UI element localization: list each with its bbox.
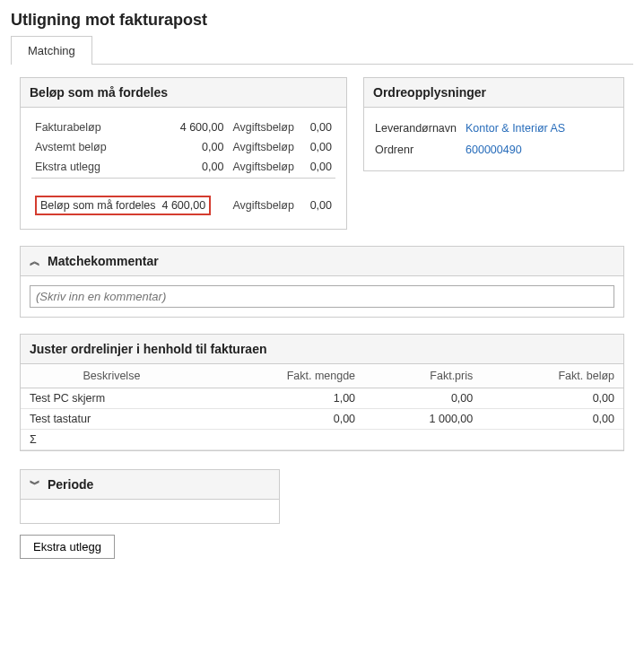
amounts-row: Fakturabeløp 4 600,00 Avgiftsbeløp 0,00 — [31, 118, 335, 136]
amounts-row: Ekstra utlegg 0,00 Avgiftsbeløp 0,00 — [31, 158, 335, 176]
adjust-panel-title: Juster ordrelinjer i henhold til faktura… — [21, 335, 623, 364]
tab-matching[interactable]: Matching — [11, 36, 92, 65]
row-value: 0,00 — [151, 158, 227, 176]
col-desc: Beskrivelse — [21, 364, 199, 388]
supplier-label: Leverandørnavn — [375, 118, 464, 138]
cell-price: 0,00 — [364, 388, 482, 409]
amounts-panel-title: Beløp som må fordeles — [21, 78, 346, 108]
amounts-row: Avstemt beløp 0,00 Avgiftsbeløp 0,00 — [31, 138, 335, 156]
row-value: 0,00 — [151, 138, 227, 156]
cell-desc: Test PC skjerm — [21, 388, 199, 409]
orderno-label: Ordrenr — [375, 140, 464, 160]
cell-qty: 1,00 — [199, 388, 364, 409]
comment-panel: ︽ Matchekommentar — [20, 246, 624, 318]
row-fee-label: Avgiftsbeløp — [229, 158, 302, 176]
row-fee-label: Avgiftsbeløp — [229, 118, 302, 136]
periode-panel-header[interactable]: ︾ Periode — [21, 470, 279, 500]
table-row[interactable]: Test tastatur 0,00 1 000,00 0,00 — [21, 409, 623, 430]
supplier-link[interactable]: Kontor & Interiør AS — [466, 122, 565, 135]
sum-row: Σ — [21, 430, 623, 450]
tab-bar: Matching — [11, 35, 633, 65]
total-fee-value: 0,00 — [304, 188, 335, 218]
collapse-up-icon: ︽ — [30, 256, 40, 266]
row-value: 4 600,00 — [151, 118, 227, 136]
cell-desc: Test tastatur — [21, 409, 199, 430]
total-label: Beløp som må fordeles — [40, 199, 156, 212]
row-fee-value: 0,00 — [304, 118, 335, 136]
col-amount: Fakt. beløp — [482, 364, 623, 388]
orderno-link[interactable]: 600000490 — [466, 144, 522, 156]
total-highlight: Beløp som må fordeles 4 600,00 — [35, 196, 211, 215]
page-title: Utligning mot fakturapost — [11, 11, 633, 30]
total-fee-label: Avgiftsbeløp — [229, 188, 302, 218]
extra-utlegg-button[interactable]: Ekstra utlegg — [20, 535, 115, 559]
adjust-panel: Juster ordrelinjer i henhold til faktura… — [20, 334, 624, 451]
periode-panel-title: Periode — [48, 477, 93, 492]
row-fee-label: Avgiftsbeløp — [229, 138, 302, 156]
order-info-title: Ordreopplysninger — [364, 78, 623, 108]
row-fee-value: 0,00 — [304, 158, 335, 176]
comment-input[interactable] — [30, 285, 614, 308]
col-price: Fakt.pris — [364, 364, 482, 388]
comment-panel-header[interactable]: ︽ Matchekommentar — [21, 247, 623, 276]
sum-label: Σ — [21, 430, 199, 450]
cell-amount: 0,00 — [482, 388, 623, 409]
expand-down-icon: ︾ — [30, 479, 40, 490]
row-label: Fakturabeløp — [31, 118, 149, 136]
total-value: 4 600,00 — [161, 199, 205, 212]
cell-amount: 0,00 — [482, 409, 623, 430]
amounts-panel: Beløp som må fordeles Fakturabeløp 4 600… — [20, 77, 347, 230]
cell-qty: 0,00 — [199, 409, 364, 430]
row-fee-value: 0,00 — [304, 138, 335, 156]
cell-price: 1 000,00 — [364, 409, 482, 430]
row-label: Avstemt beløp — [31, 138, 149, 156]
row-label: Ekstra utlegg — [31, 158, 149, 176]
comment-panel-title: Matchekommentar — [48, 254, 159, 268]
adjust-table: Beskrivelse Fakt. mengde Fakt.pris Fakt.… — [21, 364, 623, 450]
periode-panel: ︾ Periode — [20, 469, 280, 524]
amounts-total-row: Beløp som må fordeles 4 600,00 Avgiftsbe… — [31, 188, 335, 218]
order-info-panel: Ordreopplysninger Leverandørnavn Kontor … — [363, 77, 624, 171]
col-qty: Fakt. mengde — [199, 364, 364, 388]
table-row[interactable]: Test PC skjerm 1,00 0,00 0,00 — [21, 388, 623, 409]
amounts-table: Fakturabeløp 4 600,00 Avgiftsbeløp 0,00 … — [30, 117, 337, 220]
